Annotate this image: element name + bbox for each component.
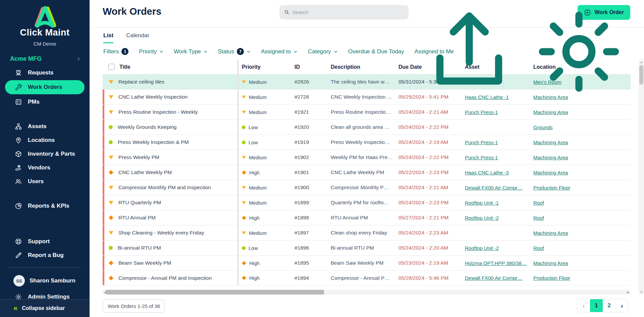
sidebar-item-label: Vendors: [28, 164, 50, 171]
location-link[interactable]: Production Floor: [533, 185, 570, 191]
sidebar-item[interactable]: Vendors: [0, 161, 90, 174]
table-row[interactable]: Press Weekly PM Medium #1902 Weekly PM f…: [103, 150, 631, 165]
nav-main: Requests Work Orders PMs: [0, 66, 90, 109]
location-link[interactable]: Machining Area: [533, 140, 568, 145]
work-order-description: Compressor Monthly P…: [327, 180, 396, 195]
location-link[interactable]: Roof: [533, 215, 544, 221]
table-row[interactable]: Bi-annual RTU PM Low #1896 Bi-annual RTU…: [103, 240, 631, 255]
table-row[interactable]: CNC Lathe Weekly PM High #1901 CNC Lathe…: [103, 165, 631, 180]
filter-item[interactable]: Overdue & Due Today: [348, 48, 404, 55]
page-title: Work Orders: [103, 6, 161, 17]
asset-cell: Rooftop Unit -1: [463, 195, 531, 210]
priority-label: Low: [249, 124, 258, 130]
results-count: Work Orders 1-25 of 36: [103, 300, 165, 313]
search-input[interactable]: [292, 9, 404, 15]
sidebar-item[interactable]: PMs: [0, 95, 90, 109]
tab[interactable]: List: [103, 28, 113, 43]
table-row[interactable]: RTU Quarterly PM Medium #1899 Quarterly …: [103, 195, 631, 210]
asset-link[interactable]: Punch Press-1: [465, 155, 498, 160]
filter-label: Assigned to: [261, 48, 291, 55]
location-link[interactable]: Grounds: [533, 124, 553, 130]
user-menu[interactable]: SS Sharon Samburn: [0, 273, 90, 288]
priority-icon: [109, 125, 113, 129]
location-link[interactable]: Machining Area: [533, 260, 568, 266]
overdue-indicator: [103, 105, 104, 119]
location-link[interactable]: Roof: [533, 200, 544, 206]
asset-link[interactable]: Rooftop Unit -2: [465, 245, 499, 251]
sidebar-item-label: Locations: [28, 137, 55, 144]
chevron-right-icon[interactable]: ›: [615, 299, 628, 312]
work-order-title: Press Weekly PM: [118, 154, 159, 160]
filter-item[interactable]: Work Type: [174, 48, 208, 55]
location-link[interactable]: Roof: [533, 245, 544, 251]
asset-link[interactable]: Haas CNC Lathe -3: [465, 170, 509, 175]
sidebar-item[interactable]: Work Orders: [5, 80, 85, 94]
filter-bar: Filters 1 Priority Work Type: [90, 43, 644, 60]
table-row[interactable]: Press Routine Inspection - Weekly Medium…: [103, 104, 631, 119]
filter-label: Status: [218, 48, 234, 55]
table-row[interactable]: Compressor - Annual PM and Inspection Hi…: [103, 270, 631, 285]
filter-item[interactable]: Filters 1: [103, 48, 128, 55]
sidebar-item[interactable]: Report a Bug: [0, 248, 90, 262]
filter-item[interactable]: Status 7: [218, 48, 251, 55]
title-column-header: Title: [103, 60, 237, 74]
filter-item[interactable]: Assigned to: [261, 48, 298, 55]
sidebar-item[interactable]: Users: [0, 174, 90, 188]
location-link[interactable]: Production Floor: [533, 275, 570, 281]
overdue-indicator: [103, 271, 104, 285]
scroll-down-icon[interactable]: ▼: [639, 289, 644, 294]
work-order-id: #1919: [288, 135, 327, 150]
sidebar-item[interactable]: Assets: [0, 119, 90, 133]
filter-item[interactable]: Priority: [139, 48, 163, 55]
location-link[interactable]: Machining Area: [533, 170, 568, 175]
page-button[interactable]: 1: [590, 299, 603, 312]
gear-icon[interactable]: [529, 1, 629, 102]
location-link[interactable]: Machining Area: [533, 155, 568, 160]
horizontal-scrollbar-thumb[interactable]: [106, 290, 324, 295]
asset-link[interactable]: Dewalt FX00 Air Compr…: [465, 185, 523, 191]
tab-label: List: [103, 32, 113, 39]
sidebar-item[interactable]: Reports & KPIs: [0, 199, 90, 213]
table-row[interactable]: RTU Annual PM High #1898 RTU Annual PM 0…: [103, 210, 631, 225]
sidebar-item[interactable]: Requests: [0, 66, 90, 80]
horizontal-scrollbar[interactable]: ◀ ▶: [103, 290, 631, 295]
overdue-indicator: [103, 150, 104, 165]
overdue-indicator: [103, 241, 104, 255]
table-row[interactable]: Compressor Monthly PM and Inspection Med…: [103, 180, 631, 195]
location-link[interactable]: Machining Area: [533, 109, 568, 115]
footer: Work Orders 1-25 of 36 ‹ 1 2 ›: [90, 295, 644, 317]
select-all-checkbox[interactable]: [108, 64, 115, 70]
table-row[interactable]: Press Weekly Inspection & PM Low #1919 P…: [103, 135, 631, 150]
tab[interactable]: Calendar: [126, 28, 149, 43]
table-row[interactable]: Weekly Grounds Keeping Low #1920 Clean a…: [103, 119, 631, 135]
work-order-id: #1897: [288, 225, 327, 240]
scroll-up-icon[interactable]: ▲: [639, 60, 644, 64]
collapse-sidebar-button[interactable]: « Collapse sidebar: [0, 299, 90, 317]
table-row[interactable]: Beam Saw Weekly PM High #1895 Beam Saw W…: [103, 255, 631, 270]
asset-link[interactable]: Punch Press-1: [465, 140, 498, 145]
sidebar-item[interactable]: Locations: [0, 133, 90, 147]
work-order-title: Beam Saw Weekly PM: [118, 260, 171, 266]
asset-link[interactable]: Punch Press-1: [465, 109, 498, 115]
table-row[interactable]: Shop Cleaning - Weekly every Friday Medi…: [103, 225, 631, 240]
asset-link[interactable]: Rooftop Unit -1: [465, 200, 499, 206]
vertical-scrollbar-thumb[interactable]: [639, 65, 643, 85]
asset-link[interactable]: Dewalt FX00 Air Compr…: [465, 275, 523, 281]
chevron-left-icon[interactable]: ‹: [577, 299, 590, 312]
page-button[interactable]: 2: [603, 299, 615, 312]
sidebar-item[interactable]: Inventory & Parts: [0, 147, 90, 161]
sidebar-item[interactable]: Support: [0, 234, 90, 248]
pie-chart-icon: [15, 202, 22, 210]
asset-link[interactable]: Rooftop Unit -2: [465, 215, 499, 221]
due-date: 05/24/2024 - 2:23 PM: [396, 195, 463, 210]
filter-item[interactable]: Category: [308, 48, 338, 55]
asset-cell: Punch Press-1: [463, 150, 531, 165]
priority-icon: [242, 201, 246, 204]
scroll-right-icon[interactable]: ▶: [626, 290, 631, 295]
export-icon[interactable]: [419, 1, 520, 102]
location-link[interactable]: Machining Area: [533, 230, 568, 236]
vertical-scrollbar[interactable]: ▲ ▼: [639, 60, 644, 294]
location-cell: Grounds: [531, 120, 631, 135]
asset-link[interactable]: Holzma OPT.HPP 380/38…: [465, 260, 527, 266]
org-switcher[interactable]: Acme MFG: [10, 55, 81, 62]
